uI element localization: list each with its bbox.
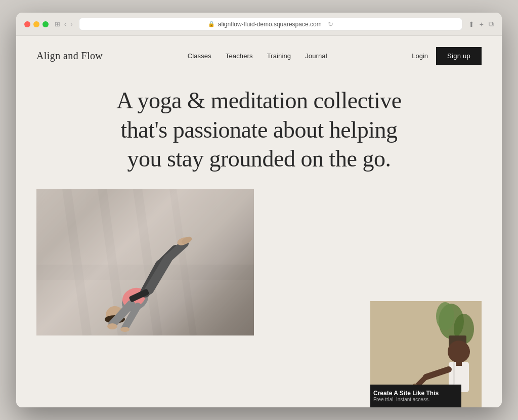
- nav-teachers[interactable]: Teachers: [226, 52, 253, 60]
- browser-window: ⊞ ‹ › 🔒 alignflow-fluid-demo.squarespace…: [16, 13, 502, 407]
- squarespace-text: Create A Site Like This Free trial. Inst…: [373, 390, 439, 402]
- svg-line-13: [168, 243, 185, 259]
- back-button[interactable]: ‹: [64, 20, 66, 28]
- close-button[interactable]: [24, 21, 30, 27]
- svg-point-18: [107, 323, 117, 329]
- new-tab-button[interactable]: +: [480, 20, 484, 28]
- nav-actions: Login Sign up: [412, 47, 482, 65]
- share-button[interactable]: ⬆: [468, 20, 474, 28]
- main-nav: Align and Flow Classes Teachers Training…: [16, 36, 502, 76]
- svg-point-19: [120, 327, 130, 332]
- signup-button[interactable]: Sign up: [436, 47, 482, 65]
- url-text: alignflow-fluid-demo.squarespace.com: [218, 21, 322, 28]
- forward-button[interactable]: ›: [70, 20, 72, 28]
- address-bar[interactable]: 🔒 alignflow-fluid-demo.squarespace.com ↻: [79, 18, 462, 30]
- meditation-image-right: Create A Site Like This Free trial. Inst…: [370, 301, 482, 407]
- reload-button[interactable]: ↻: [328, 20, 333, 28]
- sidebar-toggle[interactable]: ⊞: [55, 20, 60, 28]
- svg-point-24: [436, 302, 454, 330]
- svg-point-26: [448, 341, 470, 363]
- browser-actions: ⬆ + ⧉: [468, 20, 494, 28]
- svg-rect-28: [456, 360, 462, 366]
- squarespace-title: Create A Site Like This: [373, 390, 439, 397]
- images-section: Create A Site Like This Free trial. Inst…: [16, 189, 502, 408]
- nav-journal[interactable]: Journal: [305, 52, 327, 60]
- page-content: Align and Flow Classes Teachers Training…: [16, 36, 502, 407]
- tabs-button[interactable]: ⧉: [489, 20, 494, 28]
- fullscreen-button[interactable]: [42, 21, 49, 27]
- traffic-lights: [24, 21, 49, 27]
- squarespace-banner[interactable]: Create A Site Like This Free trial. Inst…: [370, 385, 461, 407]
- browser-nav-controls: ⊞ ‹ ›: [55, 20, 73, 28]
- site-logo[interactable]: Align and Flow: [36, 50, 103, 62]
- nav-training[interactable]: Training: [267, 52, 291, 60]
- hero-section: A yoga & meditation collective that's pa…: [16, 76, 502, 189]
- hero-title: A yoga & meditation collective that's pa…: [107, 86, 411, 174]
- nav-classes[interactable]: Classes: [188, 52, 211, 60]
- minimize-button[interactable]: [33, 21, 39, 27]
- squarespace-subtitle: Free trial. Instant access.: [373, 397, 439, 402]
- browser-chrome: ⊞ ‹ › 🔒 alignflow-fluid-demo.squarespace…: [16, 13, 502, 36]
- login-button[interactable]: Login: [412, 52, 428, 60]
- nav-links: Classes Teachers Training Journal: [188, 52, 327, 60]
- yoga-image-left: [36, 189, 254, 335]
- svg-rect-35: [453, 362, 455, 385]
- lock-icon: 🔒: [208, 21, 215, 27]
